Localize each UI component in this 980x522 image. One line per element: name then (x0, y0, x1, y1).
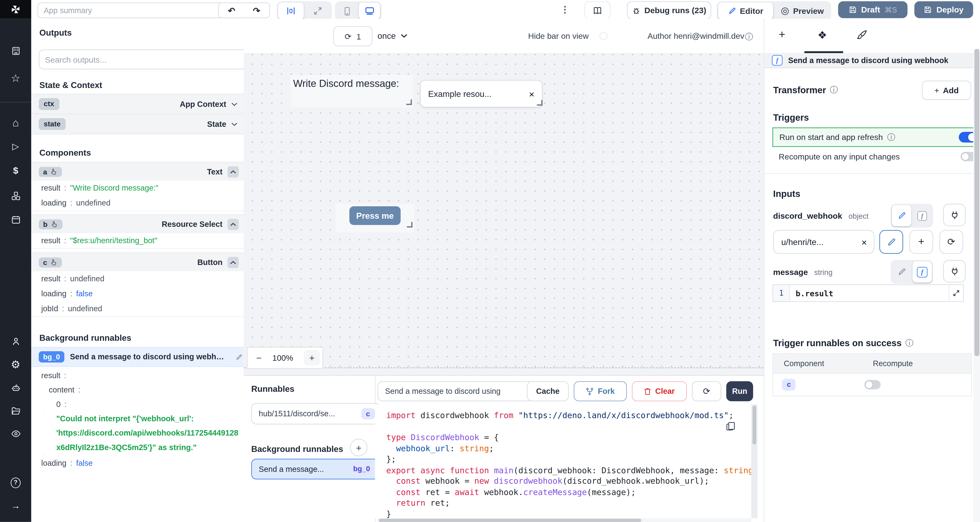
fullwidth-layout-button[interactable] (305, 3, 331, 19)
code-line: import discordwebhook from "https://deno… (386, 410, 733, 421)
search-outputs-input[interactable] (39, 49, 244, 69)
add-transformer-button[interactable]: + Add (922, 81, 971, 100)
resource-select-component[interactable]: Example resou... × (420, 80, 542, 108)
msg-expr-editor[interactable]: 1 b.result (772, 285, 964, 302)
info-icon[interactable]: ⓘ (887, 132, 896, 143)
zoom-out-button[interactable]: − (256, 353, 262, 363)
info-icon[interactable]: ⓘ (905, 337, 913, 349)
undo-button[interactable]: ↶ (218, 3, 245, 18)
refresh-count-button[interactable]: ⟳ 1 (333, 26, 372, 46)
panel-scrollbar[interactable] (973, 49, 980, 522)
static-pencil-segment[interactable] (892, 205, 911, 226)
component-c-badge: c (39, 258, 62, 267)
eval-fx-segment[interactable]: f (912, 261, 932, 283)
msg-connect-plug-button[interactable] (943, 260, 966, 282)
dw-add-resource-button[interactable]: + (910, 230, 933, 254)
component-c-header[interactable]: c Button (31, 253, 244, 272)
collapse-chevron-up-icon[interactable] (228, 257, 239, 268)
dw-connect-plug-button[interactable] (943, 204, 966, 226)
refresh-mode-dropdown[interactable]: once (377, 26, 408, 45)
tab-editor[interactable]: Editor (718, 3, 773, 19)
kebab-menu-icon[interactable]: ⋮ (560, 4, 570, 14)
app-canvas[interactable]: Write Discord message: Example resou... … (243, 53, 764, 375)
code-hscrollbar[interactable] (377, 518, 751, 522)
audit-eye-icon[interactable] (11, 429, 21, 439)
clear-resource-icon[interactable]: × (861, 237, 867, 247)
zoom-in-button[interactable]: + (304, 350, 320, 366)
resize-handle[interactable] (537, 100, 542, 106)
bg0-header-row[interactable]: bg_0 Send a message to discord using web… (31, 347, 244, 367)
tab-preview[interactable]: Preview (775, 3, 830, 19)
centered-layout-button[interactable] (278, 3, 304, 19)
eval-fx-segment[interactable]: f (912, 205, 932, 226)
draft-save-button[interactable]: Draft ⌘S (838, 2, 908, 18)
resources-cubes-icon[interactable] (11, 191, 21, 201)
press-me-button[interactable]: Press me (349, 206, 401, 225)
cache-button[interactable]: Cache (527, 381, 569, 401)
info-icon[interactable]: ⓘ (830, 84, 838, 96)
variables-dollar-icon[interactable]: $ (11, 165, 21, 175)
folders-icon[interactable] (11, 406, 21, 415)
edit-pencil-icon[interactable] (236, 353, 242, 360)
settings-gear-icon[interactable]: ⚙ (11, 359, 21, 369)
reload-button[interactable]: ⟳ (692, 381, 721, 401)
runnable-card[interactable]: hub/1511/discord/se... c (251, 403, 381, 425)
dw-resource-picker[interactable]: u/henri/te... × (773, 230, 874, 254)
windmill-logo[interactable] (0, 0, 31, 19)
component-a-header[interactable]: a Text (31, 162, 244, 182)
clear-selection-icon[interactable]: × (529, 89, 534, 99)
bg-runnable-card-selected[interactable]: Send a message... bg_0 (251, 459, 381, 479)
dw-edit-resource-button[interactable] (879, 230, 903, 254)
app-summary-input[interactable] (37, 3, 224, 18)
expand-sidebar-arrow-icon[interactable]: → (11, 500, 21, 510)
deploy-button[interactable]: Deploy (915, 2, 973, 18)
clear-button[interactable]: Clear (632, 381, 687, 401)
static-pencil-segment[interactable] (892, 261, 911, 283)
state-row[interactable]: state State (31, 114, 244, 134)
expand-editor-icon[interactable] (949, 285, 963, 301)
code-vscrollbar[interactable] (751, 404, 758, 518)
docs-book-button[interactable] (584, 2, 611, 19)
desktop-view-button[interactable] (359, 3, 380, 19)
copy-code-icon[interactable] (726, 422, 735, 431)
tab-add-component[interactable]: + (779, 28, 785, 41)
redo-button[interactable]: ↷ (243, 3, 270, 18)
pencil-icon (897, 211, 906, 220)
state-context-title: State & Context (40, 81, 102, 90)
mobile-view-button[interactable] (336, 3, 358, 19)
ctx-row[interactable]: ctx App Context (31, 94, 244, 115)
chevron-down-icon[interactable] (231, 122, 237, 126)
workers-robot-icon[interactable] (11, 382, 21, 393)
recompute-label: Recompute on any input changes (779, 151, 900, 161)
info-icon[interactable]: ⓘ (745, 31, 753, 43)
recompute-row-toggle[interactable] (864, 380, 881, 389)
scrollbar-thumb[interactable] (379, 519, 641, 522)
tab-styling-brush-icon[interactable] (857, 29, 867, 40)
resize-handle[interactable] (407, 222, 413, 228)
runs-play-icon[interactable]: ▷ (11, 141, 21, 151)
scrollbar-thumb[interactable] (752, 406, 756, 444)
component-b-badge: b (39, 220, 63, 229)
home-icon[interactable]: ⌂ (11, 118, 21, 127)
tab-components-settings[interactable]: ❖ (818, 29, 827, 42)
fork-button[interactable]: Fork (574, 381, 627, 401)
script-path-box[interactable]: Send a message to discord using (377, 381, 534, 401)
user-icon[interactable] (11, 336, 21, 346)
schedules-calendar-icon[interactable] (11, 214, 21, 224)
resize-handle[interactable] (406, 99, 412, 105)
component-a-badge: a (39, 167, 62, 177)
text-component[interactable]: Write Discord message: (291, 75, 413, 108)
dw-refresh-resource-button[interactable]: ⟳ (939, 230, 963, 254)
scrollbar-thumb[interactable] (974, 49, 979, 356)
component-b-header[interactable]: b Resource Select (31, 214, 244, 234)
favorites-star-icon[interactable]: ☆ (11, 73, 21, 83)
collapse-chevron-up-icon[interactable] (228, 166, 239, 178)
debug-runs-button[interactable]: Debug runs (23) (627, 2, 711, 19)
help-question-icon[interactable]: ? (11, 477, 21, 487)
run-button[interactable]: Run (726, 381, 753, 401)
add-bg-runnable-button[interactable]: + (350, 439, 368, 456)
collapse-chevron-up-icon[interactable] (228, 219, 239, 230)
workspace-building-icon[interactable] (11, 46, 21, 56)
chevron-down-icon[interactable] (231, 102, 237, 106)
code-editor[interactable]: import discordwebhook from "https://deno… (375, 404, 757, 518)
